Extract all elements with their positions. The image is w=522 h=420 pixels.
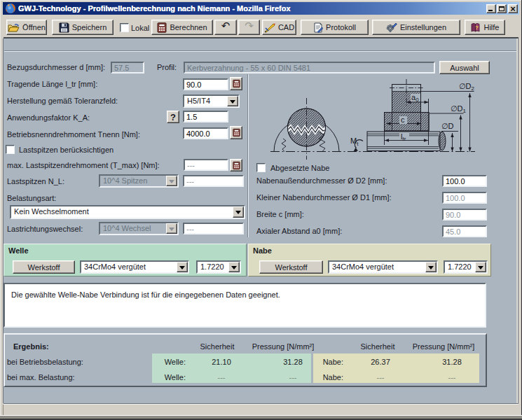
dropdown-arrow-icon[interactable] [166, 176, 177, 186]
bezugsdurchmesser-label: Bezugsdurchmesser d [mm]: [7, 63, 105, 72]
lastspitzen-checkbox-label: Lastspitzen berücksichtigen [19, 146, 114, 155]
results-row1-welle-label: Welle: [151, 358, 186, 366]
anwendungsfaktor-field[interactable] [183, 111, 228, 122]
app-window: GWJ-Technology - Profilwellenberechnung … [0, 0, 522, 420]
cad-button-label: CAD [278, 23, 294, 31]
help-button[interactable]: ? Hilfe [465, 20, 505, 35]
help-button-label: Hilfe [483, 23, 499, 31]
protocol-button-label: Protokoll [326, 23, 356, 31]
minimize-button[interactable] [486, 4, 496, 13]
cad-button[interactable]: CAD [262, 20, 296, 35]
toleranzfeld-label: Herstellung gemäß Toleranzfeld: [7, 97, 118, 106]
results-row1-nabe-pressung: 31.28 [431, 358, 473, 366]
dropdown-arrow-icon[interactable] [425, 262, 437, 272]
close-button[interactable]: × [508, 4, 518, 13]
belastungsart-combobox[interactable]: Kein Wechselmoment [10, 205, 245, 219]
maximize-button[interactable] [497, 4, 507, 13]
welle-material-combobox[interactable]: 34CrMo4 vergütet [80, 260, 189, 274]
d2-field[interactable] [442, 175, 487, 187]
shaft-hub-technical-drawing: c a0 ltr ∅D ∅D1 ∅D2 Mt [263, 74, 494, 161]
calculator-icon [233, 79, 240, 88]
results-col-pressung-welle: Pressung [N/mm²] [248, 342, 318, 351]
belastungsart-label: Belastungsart: [7, 194, 56, 203]
nabe-material-number-combobox[interactable]: 1.7220 [444, 260, 488, 274]
undo-button[interactable]: ↶ [214, 20, 237, 35]
max-lastspitze-field[interactable] [184, 159, 228, 171]
toleranzfeld-combobox[interactable]: H5/IT4 [183, 94, 240, 108]
results-col-sicherheit-nabe: Sicherheit [357, 342, 399, 351]
welle-material-value: 34CrMo4 vergütet [81, 262, 177, 272]
cad-icon [264, 22, 275, 33]
column-divider [247, 74, 249, 237]
window-controls: × [486, 4, 518, 13]
dropdown-arrow-icon[interactable] [228, 262, 240, 272]
welle-panel-title: Welle [8, 246, 29, 255]
d1-field[interactable] [442, 192, 487, 204]
settings-button[interactable]: Einstellungen [372, 20, 460, 35]
results-row1-label: bei Betriebsbelastung: [7, 358, 83, 366]
message-box[interactable]: Die gewählte Welle-Nabe Verbindung ist f… [4, 283, 486, 328]
tragende-laenge-calc-button[interactable] [230, 77, 242, 90]
nabe-werkstoff-button[interactable]: Werkstoff [259, 260, 323, 274]
welle-werkstoff-button[interactable]: Werkstoff [13, 260, 75, 274]
breite-label: Breite c [mm]: [256, 210, 304, 219]
profil-field[interactable] [184, 62, 435, 74]
dropdown-arrow-icon[interactable] [177, 262, 188, 272]
redo-button[interactable]: ↷ [238, 20, 260, 35]
tragende-laenge-field[interactable] [183, 78, 228, 90]
dropdown-arrow-icon[interactable] [166, 223, 177, 234]
abgesetzte-nabe-checkbox-label: Abgesetzte Nabe [270, 164, 329, 173]
save-button[interactable]: Speichern [52, 20, 114, 35]
drawing-label-dd: ∅D [441, 122, 454, 130]
d2-label: Nabenaußendurchmesser Ø D2 [mm]: [256, 176, 387, 186]
drawing-label-dd1: ∅D1 [451, 104, 467, 114]
lastrichtungswechsel-combobox[interactable]: 10^4 Wechsel [99, 222, 179, 235]
abstand-field[interactable] [442, 225, 487, 237]
calculator-icon [233, 128, 240, 137]
open-folder-icon [8, 22, 20, 33]
settings-button-label: Einstellungen [400, 23, 446, 31]
results-row2-welle-pressung: --- [272, 373, 314, 382]
lastspitzen-nl-field[interactable] [183, 175, 244, 187]
close-icon: × [509, 4, 517, 14]
lastspitzen-nl-combobox[interactable]: 10^4 Spitzen [99, 174, 179, 188]
dropdown-arrow-icon[interactable] [475, 262, 486, 272]
status-bar [3, 405, 519, 415]
window-title: GWJ-Technology - Profilwellenberechnung … [18, 4, 291, 13]
tragende-laenge-label: Tragende Länge l_tr [mm]: [7, 80, 97, 89]
protocol-document-icon [313, 22, 323, 33]
max-lastspitze-calc-button[interactable] [230, 159, 242, 172]
anwendungsfaktor-help-button[interactable]: ? [167, 111, 179, 123]
undo-icon: ↶ [221, 22, 231, 30]
bezugsdurchmesser-field[interactable] [111, 62, 144, 74]
titlebar[interactable]: GWJ-Technology - Profilwellenberechnung … [3, 2, 519, 15]
breite-field[interactable] [442, 209, 487, 220]
lastspitzen-nl-value: 10^4 Spitzen [100, 176, 166, 186]
redo-icon: ↷ [245, 22, 254, 30]
lastrichtungswechsel-value: 10^4 Wechsel [100, 223, 166, 234]
drehmoment-calc-button[interactable] [230, 126, 242, 139]
auswahl-button[interactable]: Auswahl [439, 61, 490, 74]
nabe-material-combobox[interactable]: 34CrMo4 vergütet [328, 260, 438, 274]
nabe-panel-title: Nabe [253, 246, 272, 255]
dropdown-arrow-icon[interactable] [233, 206, 244, 218]
maximize-icon [499, 6, 504, 11]
lastspitzen-checkbox[interactable] [6, 145, 15, 154]
top-groove [4, 50, 516, 52]
settings-gear-icon [386, 22, 397, 33]
calculate-button[interactable]: Berechnen [151, 20, 213, 35]
local-checkbox[interactable] [120, 23, 129, 32]
firefox-icon [5, 3, 16, 14]
open-button[interactable]: Öffnen [6, 20, 47, 35]
abgesetzte-nabe-checkbox[interactable] [256, 163, 266, 172]
toleranzfeld-value: H5/IT4 [184, 96, 227, 106]
protocol-button[interactable]: Protokoll [301, 20, 369, 35]
drawing-label-c: c [401, 115, 405, 124]
lastrichtungswechsel-field[interactable] [183, 223, 244, 234]
nabe-material-value: 34CrMo4 vergütet [329, 262, 425, 272]
dropdown-arrow-icon[interactable] [227, 96, 238, 106]
drehmoment-field[interactable] [183, 127, 228, 139]
drehmoment-label: Betriebsnenndrehmoment Tnenn [Nm]: [7, 130, 140, 139]
save-button-label: Speichern [72, 23, 107, 31]
welle-material-number-combobox[interactable]: 1.7220 [196, 260, 241, 274]
